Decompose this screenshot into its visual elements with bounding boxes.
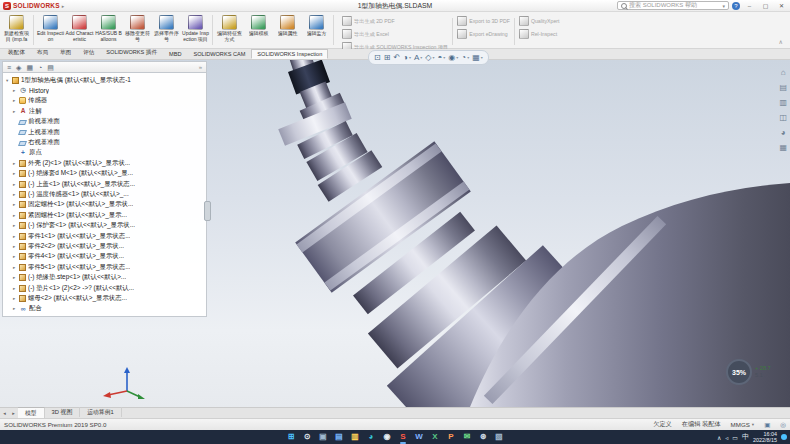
export-2d-pdf-button[interactable]: 导出生成 2D PDF (342, 16, 448, 26)
tree-item[interactable]: ▸(-) 垫片<1> (2)<2> ->? (默认<<默认... (3, 283, 206, 293)
tree-item[interactable]: ▸传感器 (3, 96, 206, 106)
chrome-button[interactable]: ◉ (381, 431, 393, 443)
view-orientation-button[interactable]: ◇▾ (425, 54, 434, 62)
tree-item[interactable]: +原点 (3, 148, 206, 158)
help-icon[interactable]: ? (732, 2, 740, 10)
export-edrawing-button[interactable]: Export eDrawing (457, 29, 510, 39)
taskbar-clock[interactable]: 16:04 2022/8/15 (753, 431, 777, 443)
hide-show-button[interactable]: ◉▾ (448, 54, 458, 62)
panel-splitter[interactable] (204, 201, 211, 221)
displaymanager-tab[interactable]: ▤ (47, 64, 54, 71)
remove-change-symbol-button[interactable]: 移除变更符号 (123, 13, 152, 47)
section-view-button[interactable]: ◑▾ (403, 54, 411, 62)
edit-properties-button[interactable]: 编辑属性 (273, 13, 302, 47)
tab-scroll-right-icon[interactable]: ▸ (9, 410, 18, 418)
search-button[interactable]: ⊙ (301, 431, 313, 443)
command-tab-5[interactable]: SOLIDWORKS 插件 (100, 47, 163, 59)
probe-section[interactable] (278, 60, 382, 202)
tree-item[interactable]: ▸∞配合 (3, 304, 206, 314)
panel-overflow-chevron-icon[interactable]: » (199, 64, 202, 70)
search-input[interactable]: 搜索 SOLIDWORKS 帮助 ▾ (617, 1, 729, 10)
tree-item[interactable]: ▾1型加轴热电偶 (默认<默认_显示状态-1 (3, 75, 206, 85)
command-tab-2[interactable]: 布局 (31, 47, 54, 59)
propertymanager-tab[interactable]: ◈ (16, 64, 21, 71)
command-tab-8[interactable]: SOLIDWORKS Inspection (251, 49, 328, 59)
excel-button[interactable]: X (429, 431, 441, 443)
tree-item[interactable]: ▸紧固螺栓<1> (默认<<默认>_显示... (3, 210, 206, 220)
orientation-triad[interactable] (100, 364, 146, 400)
word-button[interactable]: W (413, 431, 425, 443)
tree-item[interactable]: ▸外壳 (2)<1> (默认<<默认>_显示状... (3, 158, 206, 168)
dimxpertmanager-tab[interactable]: ◔ (38, 64, 42, 71)
command-tab-1[interactable]: 装配体 (2, 47, 31, 59)
tree-item[interactable]: ▸(-) 温度传感器<1> (默认<<默认>_... (3, 189, 206, 199)
tree-item[interactable]: ▸螺母<2> (默认<<默认>_显示状态... (3, 293, 206, 303)
tree-item[interactable]: ▸(-) 绝缘垫.step<1> (默认<<默认>... (3, 272, 206, 282)
tree-item[interactable]: ▸(-) 绝缘套d M<1> (默认<<默认>_显... (3, 169, 206, 179)
widgets-button[interactable]: ▤ (333, 431, 345, 443)
task-view-button[interactable]: ▣ (317, 431, 329, 443)
scene-button[interactable]: ▦▾ (472, 54, 483, 62)
rel-inspect-button[interactable]: Rel-Inspect (519, 29, 560, 39)
annotation-view-button[interactable]: A▾ (414, 54, 422, 62)
tree-item[interactable]: ▸◷History (3, 85, 206, 95)
zoom-fit-button[interactable]: ⊡ (374, 54, 381, 62)
hidden-icons-chevron[interactable]: ∧ (717, 434, 721, 441)
zoom-area-button[interactable]: ⊞ (384, 54, 391, 62)
edge-button[interactable]: ◕ (365, 431, 377, 443)
resources-home-icon[interactable]: ⌂ (781, 68, 786, 77)
custom-properties-icon[interactable]: ▦ (779, 143, 787, 152)
tab-scroll-left-icon[interactable]: ◂ (0, 410, 9, 418)
model-tab-1[interactable]: 模型 (18, 407, 45, 418)
edit-feature-inspection-method-button[interactable]: 编辑特征查方式 (215, 13, 244, 47)
tree-item[interactable]: ▸零件5<1> (默认<<默认>_显示状态... (3, 262, 206, 272)
previous-view-button[interactable]: ↶ (393, 54, 400, 62)
minimize-button[interactable]: – (743, 1, 756, 11)
command-tab-6[interactable]: MBD (163, 49, 187, 59)
configurationmanager-tab[interactable]: ▦ (26, 64, 33, 71)
file-explorer-icon[interactable]: ▥ (779, 98, 787, 107)
edit-template-button[interactable]: 编辑模板 (244, 13, 273, 47)
tree-item[interactable]: ▸A注解 (3, 106, 206, 116)
tree-item[interactable]: ▸(-) 保护套<1> (默认<<默认>_显示状... (3, 220, 206, 230)
notification-badge[interactable] (781, 434, 787, 440)
close-button[interactable]: ✕ (775, 1, 788, 11)
maximize-button[interactable]: ▢ (759, 1, 772, 11)
select-balloon-button[interactable]: 选择零件序号 (152, 13, 181, 47)
custom-properties-tag-icon[interactable]: ▣ (764, 421, 770, 429)
powerpoint-button[interactable]: P (445, 431, 457, 443)
display-style-button[interactable]: ◓▾ (438, 54, 446, 62)
ribbon-collapse-chevron-icon[interactable]: ∧ (774, 38, 788, 47)
export-excel-button[interactable]: 导出生成 Excel (342, 29, 448, 39)
new-inspection-project-button[interactable]: 新建检查项目 (imp.fa (2, 13, 31, 47)
tree-item[interactable]: ▸固定螺栓<1> (默认<<默认>_显示状... (3, 200, 206, 210)
edit-inspection-button[interactable]: Edit Inspection (36, 13, 65, 47)
featuremanager-tree-tab[interactable]: ≡ (7, 64, 11, 71)
design-library-icon[interactable]: ▤ (779, 83, 787, 92)
command-tab-7[interactable]: SOLIDWORKS CAM (187, 49, 251, 59)
has-sub-balloons-button[interactable]: HAS/SUB Balloons (94, 13, 123, 47)
volume-icon[interactable]: ◃ (725, 434, 728, 441)
wechat-button[interactable]: ✉ (461, 431, 473, 443)
solidworks-button[interactable]: S (397, 431, 409, 443)
tree-item[interactable]: 右视基准面 (3, 137, 206, 147)
model-tab-3[interactable]: 运动算例1 (80, 407, 121, 417)
qualityxpert-button[interactable]: QualityXpert (519, 16, 560, 26)
edit-supervision-button[interactable]: 编辑监方 (302, 13, 331, 47)
status-options-icon[interactable]: ◎ (780, 421, 786, 429)
battery-icon[interactable]: ▭ (732, 434, 738, 441)
command-tab-4[interactable]: 评估 (77, 47, 100, 59)
tree-item[interactable]: 前视基准面 (3, 117, 206, 127)
tree-item[interactable]: ▸零件2<2> (默认<<默认>_显示状... (3, 241, 206, 251)
model-tab-2[interactable]: 3D 视图 (45, 407, 81, 417)
edit-appearance-button[interactable]: ◔▾ (461, 54, 469, 62)
export-3d-pdf-button[interactable]: Export to 3D PDF (457, 16, 510, 26)
update-inspection-button[interactable]: Update Inspection 项目 (181, 13, 210, 47)
ime-indicator[interactable]: 中 (742, 432, 749, 442)
tree-item[interactable]: ▸零件4<1> (默认<<默认>_显示状... (3, 252, 206, 262)
add-characteristic-button[interactable]: Add Characteristic (65, 13, 94, 47)
notes-button[interactable]: ▧ (493, 431, 505, 443)
tree-item[interactable]: 上视基准面 (3, 127, 206, 137)
search-caret-icon[interactable]: ▾ (722, 3, 725, 9)
start-button[interactable]: ⊞ (285, 431, 297, 443)
